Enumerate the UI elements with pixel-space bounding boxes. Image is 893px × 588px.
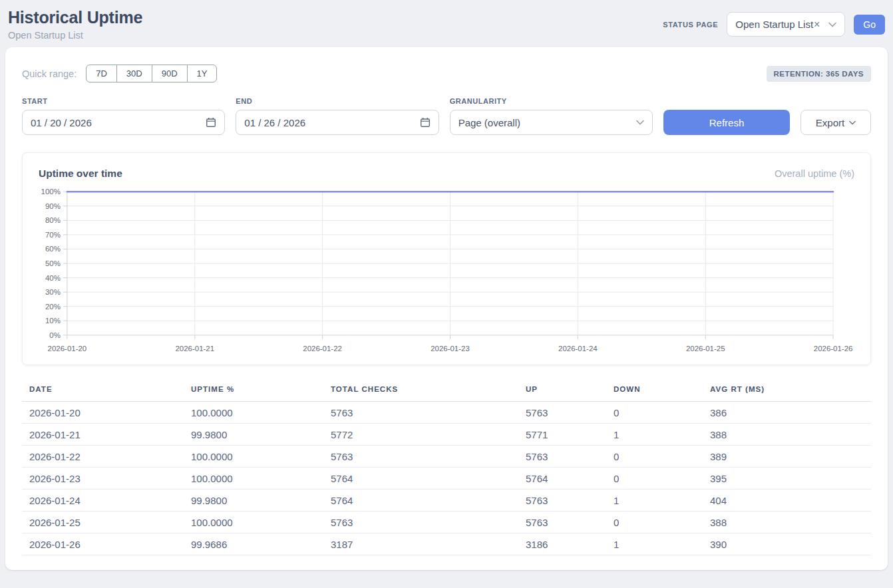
start-date-input[interactable]: 01 / 20 / 2026 [22, 110, 225, 135]
table-cell: 1 [606, 424, 703, 446]
quick-range-90d-button[interactable]: 90D [152, 65, 188, 82]
topbar: Historical Uptime Open Startup List STAT… [0, 0, 893, 47]
table-cell: 100.0000 [184, 402, 323, 424]
refresh-button[interactable]: Refresh [663, 110, 790, 135]
svg-text:2026-01-23: 2026-01-23 [431, 345, 470, 353]
start-field: START 01 / 20 / 2026 [22, 97, 225, 135]
calendar-icon[interactable] [206, 117, 216, 128]
page-title: Historical Uptime [8, 8, 142, 27]
table-cell: 3186 [518, 533, 606, 555]
main-panel: Quick range: 7D30D90D1Y RETENTION: 365 D… [5, 47, 888, 570]
filter-form-row: START 01 / 20 / 2026 END 01 / 26 / 2026 … [22, 97, 871, 135]
status-page-value: Open Startup List [735, 19, 813, 30]
granularity-label: GRANULARITY [450, 97, 653, 105]
table-cell: 5764 [323, 490, 518, 512]
page-subtitle: Open Startup List [8, 30, 142, 41]
table-cell: 2026-01-24 [22, 490, 184, 512]
table-cell: 5772 [323, 424, 518, 446]
table-cell: 2026-01-26 [22, 533, 184, 555]
export-label: Export [816, 117, 844, 128]
granularity-value: Page (overall) [458, 117, 520, 128]
table-cell: 5763 [323, 402, 518, 424]
table-cell: 2026-01-21 [22, 424, 184, 446]
table-row: 2026-01-2499.9800576457631404 [22, 490, 871, 512]
uptime-table-body: 2026-01-20100.00005763576303862026-01-21… [22, 402, 871, 555]
table-cell: 2026-01-22 [22, 446, 184, 468]
uptime-chart: 0%10%20%30%40%50%60%70%80%90%100%2026-01… [23, 184, 870, 358]
table-cell: 395 [703, 468, 871, 490]
table-cell: 99.9800 [184, 424, 323, 446]
export-button[interactable]: Export [801, 110, 871, 135]
granularity-field: GRANULARITY Page (overall) [450, 97, 653, 135]
uptime-chart-card: Uptime over time Overall uptime (%) 0%10… [22, 152, 871, 365]
svg-text:2026-01-26: 2026-01-26 [814, 345, 853, 353]
table-cell: 5764 [323, 468, 518, 490]
table-cell: 5763 [518, 490, 606, 512]
quick-range-30d-button[interactable]: 30D [116, 65, 152, 82]
end-field: END 01 / 26 / 2026 [236, 97, 439, 135]
table-cell: 5763 [518, 446, 606, 468]
svg-text:90%: 90% [45, 202, 61, 210]
table-cell: 5764 [518, 468, 606, 490]
chart-title: Uptime over time [39, 168, 122, 180]
svg-text:50%: 50% [45, 259, 61, 267]
status-page-select[interactable]: Open Startup List × [727, 12, 845, 37]
table-cell: 3187 [323, 533, 518, 555]
svg-text:2026-01-21: 2026-01-21 [175, 345, 214, 353]
quick-range-label: Quick range: [22, 69, 77, 79]
end-date-value: 01 / 26 / 2026 [244, 117, 305, 128]
table-cell: 5771 [518, 424, 606, 446]
table-cell: 100.0000 [184, 468, 323, 490]
uptime-table: DATE UPTIME % TOTAL CHECKS UP DOWN AVG R… [22, 381, 871, 555]
col-avg-rt: AVG RT (MS) [703, 381, 871, 402]
svg-text:100%: 100% [41, 188, 61, 196]
svg-text:30%: 30% [45, 288, 61, 296]
table-cell: 99.9800 [184, 490, 323, 512]
chevron-down-icon [849, 120, 856, 125]
calendar-icon[interactable] [420, 117, 431, 128]
table-header-row: DATE UPTIME % TOTAL CHECKS UP DOWN AVG R… [22, 381, 871, 402]
table-row: 2026-01-20100.0000576357630386 [22, 402, 871, 424]
table-cell: 2026-01-20 [22, 402, 184, 424]
svg-text:40%: 40% [45, 274, 61, 282]
clear-icon[interactable]: × [814, 19, 820, 30]
table-cell: 390 [703, 533, 871, 555]
chart-header: Uptime over time Overall uptime (%) [23, 168, 870, 180]
table-cell: 388 [703, 512, 871, 533]
start-label: START [22, 97, 225, 105]
svg-text:2026-01-22: 2026-01-22 [303, 345, 342, 353]
table-row: 2026-01-2699.9686318731861390 [22, 533, 871, 555]
topbar-right: STATUS PAGE Open Startup List × Go [663, 12, 885, 37]
table-cell: 5763 [323, 512, 518, 533]
table-cell: 2026-01-25 [22, 512, 184, 533]
table-cell: 388 [703, 424, 871, 446]
svg-text:80%: 80% [45, 216, 61, 224]
table-cell: 1 [606, 533, 703, 555]
table-cell: 0 [606, 402, 703, 424]
chevron-down-icon [828, 22, 836, 27]
col-date: DATE [22, 381, 184, 402]
quick-range-group: 7D30D90D1Y [86, 65, 217, 82]
svg-text:2026-01-20: 2026-01-20 [48, 345, 87, 353]
svg-text:2026-01-24: 2026-01-24 [558, 345, 598, 353]
svg-text:20%: 20% [45, 303, 61, 311]
svg-text:2026-01-25: 2026-01-25 [686, 345, 725, 353]
table-row: 2026-01-23100.0000576457640395 [22, 468, 871, 490]
status-page-label: STATUS PAGE [663, 21, 718, 29]
quick-range-1y-button[interactable]: 1Y [187, 65, 218, 82]
svg-text:0%: 0% [49, 331, 61, 339]
col-down: DOWN [606, 381, 703, 402]
svg-text:10%: 10% [45, 317, 61, 325]
table-cell: 1 [606, 490, 703, 512]
table-cell: 389 [703, 446, 871, 468]
quick-range-7d-button[interactable]: 7D [86, 65, 117, 82]
table-cell: 5763 [518, 512, 606, 533]
col-total-checks: TOTAL CHECKS [323, 381, 518, 402]
granularity-select[interactable]: Page (overall) [450, 110, 653, 135]
table-cell: 0 [606, 512, 703, 533]
table-cell: 100.0000 [184, 512, 323, 533]
table-cell: 5763 [518, 402, 606, 424]
table-cell: 0 [606, 468, 703, 490]
end-date-input[interactable]: 01 / 26 / 2026 [236, 110, 439, 135]
go-button[interactable]: Go [854, 15, 885, 35]
